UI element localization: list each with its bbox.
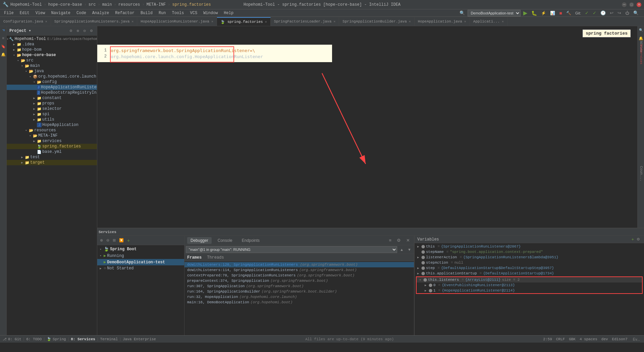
tree-hope-core-base[interactable]: ▾ 📂 hope-core-base — [7, 52, 97, 58]
clock-button[interactable]: 🕐 — [599, 10, 607, 16]
as-expand[interactable]: ▶ — [417, 272, 421, 275]
back-button[interactable]: ↩ — [608, 10, 615, 16]
bookmark-icon[interactable]: 🔖 — [1, 44, 6, 49]
tree-spring-factories[interactable]: 🍃 spring.factories — [7, 144, 97, 149]
run-coverage-button[interactable]: ⚡ — [540, 10, 547, 16]
status-services[interactable]: 8: Services — [71, 337, 95, 341]
tab-applicati[interactable]: Applicati... ✕ — [470, 17, 507, 26]
frame-2[interactable]: contextPrepared:70, SpringApplicationRun… — [184, 273, 414, 278]
svc-expand-all-button[interactable]: ⊕ — [99, 237, 104, 243]
tree-test[interactable]: ▶ 📁 test — [7, 155, 97, 160]
resources-crumb[interactable]: resources — [118, 2, 140, 7]
status-encoding[interactable]: GBK — [569, 337, 576, 341]
project-settings-button[interactable]: ⚙ — [68, 28, 74, 33]
dbg-toolbar-icon1[interactable]: ≡ — [387, 237, 393, 244]
step-expand[interactable]: ▶ — [417, 266, 421, 270]
var-listener-0[interactable]: ▶ ⬤ 0 = {EventPublishingRunListener@2113… — [417, 282, 642, 288]
menu-view[interactable]: View — [33, 10, 48, 16]
endpoints-tab[interactable]: Endpoints — [238, 237, 263, 244]
var-step[interactable]: ▶ ⬤ step = {DefaultApplicationStartup$De… — [415, 265, 644, 271]
metainf-crumb[interactable]: META-INF — [147, 2, 166, 7]
menu-navigate[interactable]: Navigate — [48, 10, 73, 16]
svc-spring-boot[interactable]: ▾ 🍃 Spring Boot — [97, 246, 184, 253]
event-log-button[interactable]: Ev... — [632, 337, 641, 342]
tab-configuration[interactable]: Configuration.java ✕ — [0, 17, 51, 26]
menu-code[interactable]: Code — [74, 10, 89, 16]
tree-org-package[interactable]: ▾ 📦 org.hopehomi.core.launch — [7, 74, 97, 79]
menu-build[interactable]: Build — [138, 10, 155, 16]
tab-hope-run-listener[interactable]: HopeApplicationRunListener.java ✕ — [137, 17, 217, 26]
status-spaces[interactable]: 4 spaces — [580, 337, 597, 341]
var-listeners[interactable]: ▾ ⬤ this.listeners = {ArrayList@2111} si… — [417, 277, 642, 282]
tab-configuration-close[interactable]: ✕ — [45, 19, 47, 24]
var-step-name[interactable]: ⬤ stepName = "spring.boot.application.co… — [415, 249, 644, 255]
svc-running[interactable]: ▾ ▶ Running — [97, 253, 184, 259]
la-expand[interactable]: ▶ — [417, 256, 421, 259]
tab-spring-app-builder[interactable]: SpringApplicationBuilder.java ✕ — [339, 17, 414, 26]
svc-filter-button[interactable]: 🔽 — [118, 237, 125, 243]
tab-ha-close[interactable]: ✕ — [464, 19, 466, 24]
tab-srl-close[interactable]: ✕ — [131, 19, 133, 24]
spring-factories-crumb[interactable]: spring.factories — [172, 2, 211, 7]
tab-hrl-close[interactable]: ✕ — [211, 19, 213, 24]
frame-5[interactable]: run:164, SpringApplicationBuilder (org.s… — [184, 289, 414, 294]
listeners-expand[interactable]: ▾ — [419, 278, 423, 282]
tree-constant[interactable]: ▶ 📁 constant — [7, 95, 97, 101]
forward-button[interactable]: ↪ — [616, 10, 623, 16]
l0-expand[interactable]: ▶ — [425, 283, 429, 287]
dbg-toolbar-close[interactable]: ✕ — [405, 237, 411, 244]
frame-1[interactable]: doWithListeners:114, SpringApplicationRu… — [184, 267, 414, 273]
tree-root[interactable]: ▾ 🔧 Hopehomi-Tool E:/idea-workspace/hope… — [7, 36, 97, 42]
menu-window[interactable]: Window — [201, 10, 220, 16]
close-button[interactable]: ✕ — [637, 2, 641, 7]
svc-collapse-all-button[interactable]: ⊖ — [105, 237, 111, 243]
frame-6[interactable]: run:32, HopeApplication (org.hopehomi.co… — [184, 294, 414, 300]
project-icon[interactable]: P — [1, 28, 6, 33]
menu-refactor[interactable]: Refactor — [112, 10, 137, 16]
var-app-startup[interactable]: ▶ ⬤ this.applicationStartup = {DefaultAp… — [415, 271, 644, 276]
tree-target[interactable]: ▶ 📁 target — [7, 160, 97, 165]
hope-core-base-crumb[interactable]: hope-core-base — [48, 2, 82, 7]
status-crlf[interactable]: CRLF — [556, 337, 565, 341]
red-services-icon[interactable]: RedServices — [638, 52, 644, 57]
tree-main[interactable]: ▾ 📂 main — [7, 63, 97, 69]
tree-src[interactable]: ▾ 📂 src — [7, 58, 97, 63]
vars-settings-button[interactable]: ⚙ — [635, 236, 641, 242]
tab-spring-run-listeners[interactable]: SpringApplicationRunListeners.java ✕ — [51, 17, 137, 26]
menu-analyze[interactable]: Analyze — [90, 10, 112, 16]
project-gear-button[interactable]: ⚙ — [89, 28, 94, 33]
status-git[interactable]: 8: Git — [8, 337, 21, 341]
var-step-action[interactable]: ⬤ stepAction = null — [415, 260, 644, 265]
menu-edit[interactable]: Edit — [17, 10, 32, 16]
tab-sfl-close[interactable]: ✕ — [333, 19, 335, 24]
tree-utils[interactable]: ▶ 📁 utils — [7, 117, 97, 122]
tab-hope-application[interactable]: HopeApplication.java ✕ — [415, 17, 470, 26]
notifications-icon[interactable]: 🔔 — [1, 52, 6, 57]
tree-resources[interactable]: ▾ 📂 resources — [7, 128, 97, 133]
frame-7[interactable]: main:16, DemoBootApplication (org.hopeho… — [184, 300, 414, 305]
tree-hope-bootstrap[interactable]: J HopeBootstrapRegistryInitializer — [7, 90, 97, 95]
run-button[interactable]: ▶ — [522, 9, 529, 17]
svc-add-button[interactable]: + — [126, 237, 131, 244]
editor-area[interactable]: spring factories 1 org.springframework.b… — [97, 26, 637, 228]
status-spring[interactable]: Spring — [53, 337, 66, 341]
menu-vcs[interactable]: VCS — [187, 10, 200, 16]
tree-hope-application[interactable]: J HopeApplication — [7, 122, 97, 128]
tree-meta-inf[interactable]: ▾ 📂 META-INF — [7, 133, 97, 138]
var-listener-action[interactable]: ▶ ⬤ listenerAction = {SpringApplicationR… — [415, 255, 644, 260]
power-button[interactable]: ⏻ — [624, 10, 631, 16]
notifications2-icon[interactable]: 🔔 — [638, 36, 644, 41]
thread-down-button[interactable]: ▼ — [406, 247, 413, 252]
thread-select[interactable]: "main"@1 in group "main": RUNNING — [186, 246, 397, 253]
debug-button[interactable]: 🐛 — [530, 10, 538, 16]
find-usages-icon[interactable]: 🔍 — [638, 28, 644, 33]
tree-hope-bom[interactable]: ▶ 📁 hope-bom — [7, 47, 97, 52]
status-java-enterprise[interactable]: Java Enterprise — [123, 337, 156, 341]
checkmark1-button[interactable]: ✓ — [584, 10, 590, 16]
run-config-select[interactable]: DemoBootApplication-test — [468, 10, 521, 16]
main-crumb[interactable]: main — [102, 2, 112, 7]
menu-tools[interactable]: Tools — [169, 10, 187, 16]
frame-4[interactable]: run:307, SpringApplication (org.springfr… — [184, 283, 414, 289]
search-button[interactable]: 🔍 — [458, 10, 466, 16]
l1-expand[interactable]: ▶ — [425, 289, 429, 293]
